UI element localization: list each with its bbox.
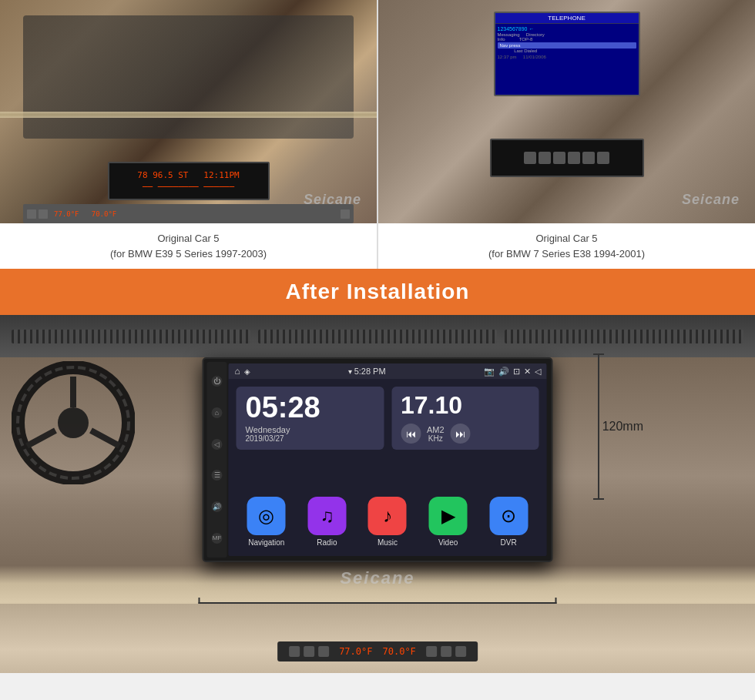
- app-radio[interactable]: ♫ Radio: [307, 497, 346, 547]
- radio-prev-btn[interactable]: ⏮: [401, 424, 421, 444]
- app-video[interactable]: ▶ Video: [429, 497, 468, 547]
- status-time: ▾ 5:28 PM: [348, 367, 386, 376]
- svg-line-3: [27, 430, 55, 446]
- radio-band: AM2: [427, 425, 445, 434]
- radio-label: Radio: [317, 538, 337, 547]
- car2-image: TELEPHONE 1234567890 ← Messaging Directo…: [378, 0, 755, 223]
- watermark-car1: Seicane: [304, 192, 361, 208]
- clock-day: Wednesday: [246, 425, 375, 434]
- expand-icon: ⊡: [513, 367, 520, 377]
- car1-image: 78 96.5 ST 12:11PM── ──────── ────── 77.…: [0, 0, 377, 223]
- svg-point-1: [58, 407, 89, 438]
- clock-radio-row: 05:28 Wednesday 2019/03/27 17.10: [229, 379, 547, 454]
- camera-icon: 📷: [484, 367, 495, 377]
- home-icon: ⌂: [235, 366, 240, 377]
- after-installation-section: ⏻ ⌂ ◁ ☰ 🔊 MF: [0, 315, 755, 673]
- nav-status-icon: ◈: [244, 367, 250, 376]
- android-head-unit: ⏻ ⌂ ◁ ☰ 🔊 MF: [203, 357, 553, 562]
- main-container: 78 96.5 ST 12:11PM── ──────── ────── 77.…: [0, 0, 755, 673]
- bottom-controls: 77.0°F 70.0°F: [277, 641, 478, 661]
- radio-next-btn[interactable]: ⏭: [451, 424, 471, 444]
- dvr-label: DVR: [501, 538, 517, 547]
- app-navigation[interactable]: ◎ Navigation: [247, 497, 286, 547]
- status-bar: ⌂ ◈ ▾ 5:28 PM 📷 🔊 ⊡ ✕ ◁: [229, 363, 547, 379]
- watermark-car2: Seicane: [682, 192, 740, 208]
- next-icon: ⏭: [455, 428, 465, 440]
- clock-box: 05:28 Wednesday 2019/03/27: [237, 387, 384, 450]
- clock-time: 05:28: [246, 393, 375, 422]
- temp-right: 70.0°F: [383, 646, 416, 657]
- temp-left: 77.0°F: [339, 646, 372, 657]
- car1-caption: Original Car 5 (for BMW E39 5 Series 199…: [106, 223, 270, 269]
- screen-main-content: 05:28 Wednesday 2019/03/27 17.10: [229, 379, 547, 556]
- after-installation-title: After Installation: [15, 280, 740, 304]
- prev-icon: ⏮: [406, 428, 416, 440]
- car1-wrapper: 78 96.5 ST 12:11PM── ──────── ────── 77.…: [0, 0, 377, 269]
- steering-wheel: [12, 361, 135, 487]
- radio-box: 17.10 ⏮ AM2 KHz: [391, 387, 539, 450]
- radio-frequency: 17.10: [401, 393, 530, 417]
- close-status-icon: ✕: [524, 367, 531, 377]
- radio-unit: KHz: [428, 434, 443, 443]
- after-installation-banner: After Installation: [0, 269, 755, 315]
- height-dimension-label: 120mm: [602, 420, 643, 434]
- screen-info-area: 05:28 Wednesday 2019/03/27 17.10: [229, 379, 547, 556]
- height-dimension: 120mm: [598, 353, 643, 500]
- volume-status-icon: 🔊: [498, 367, 509, 377]
- app-music[interactable]: ♪ Music: [368, 497, 407, 547]
- original-cars-row: 78 96.5 ST 12:11PM── ──────── ────── 77.…: [0, 0, 755, 269]
- nav-label: Navigation: [248, 538, 284, 547]
- car2-wrapper: TELEPHONE 1234567890 ← Messaging Directo…: [378, 0, 755, 269]
- clock-date: 2019/03/27: [246, 434, 375, 443]
- watermark-after-install: Seicane: [340, 568, 414, 588]
- bottom-dashboard: 77.0°F 70.0°F: [0, 604, 755, 673]
- app-dvr[interactable]: ⊙ DVR: [489, 497, 528, 547]
- svg-line-4: [91, 430, 119, 446]
- music-label: Music: [378, 538, 398, 547]
- back-icon: ◁: [535, 367, 541, 377]
- car2-caption: Original Car 5 (for BMW 7 Series E38 199…: [485, 223, 649, 269]
- app-icons-row: ◎ Navigation ♫ Radio ♪: [229, 489, 547, 556]
- android-screen: ⌂ ◈ ▾ 5:28 PM 📷 🔊 ⊡ ✕ ◁: [229, 363, 547, 556]
- video-label: Video: [438, 538, 458, 547]
